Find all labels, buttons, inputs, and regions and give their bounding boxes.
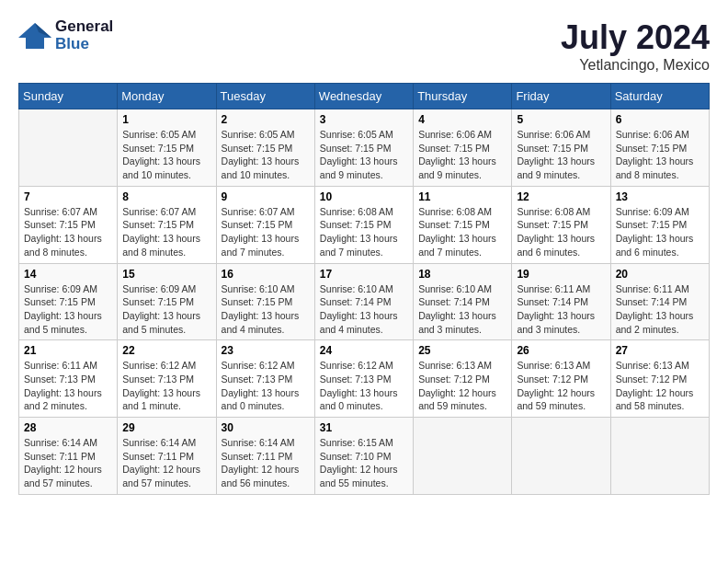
day-info: Sunrise: 6:11 AMSunset: 7:14 PMDaylight:… (616, 282, 704, 337)
day-number: 18 (418, 268, 506, 281)
calendar-cell: 28Sunrise: 6:14 AMSunset: 7:11 PMDayligh… (19, 418, 118, 495)
calendar-cell: 19Sunrise: 6:11 AMSunset: 7:14 PMDayligh… (512, 263, 610, 340)
page-header: General Blue July 2024 Yetlancingo, Mexi… (18, 18, 710, 74)
day-info: Sunrise: 6:11 AMSunset: 7:13 PMDaylight:… (24, 359, 112, 413)
day-number: 26 (517, 344, 605, 357)
calendar-table: SundayMondayTuesdayWednesdayThursdayFrid… (18, 83, 710, 495)
calendar-cell: 15Sunrise: 6:09 AMSunset: 7:15 PMDayligh… (118, 263, 216, 340)
day-info: Sunrise: 6:05 AMSunset: 7:15 PMDaylight:… (320, 128, 408, 182)
day-number: 29 (122, 421, 210, 434)
logo-blue-text: Blue (55, 36, 113, 53)
calendar-cell: 26Sunrise: 6:13 AMSunset: 7:12 PMDayligh… (512, 340, 610, 418)
day-info: Sunrise: 6:07 AMSunset: 7:15 PMDaylight:… (222, 205, 310, 259)
day-info: Sunrise: 6:08 AMSunset: 7:15 PMDaylight:… (320, 205, 408, 259)
day-number: 27 (616, 344, 704, 357)
day-info: Sunrise: 6:05 AMSunset: 7:15 PMDaylight:… (222, 128, 310, 182)
day-info: Sunrise: 6:08 AMSunset: 7:15 PMDaylight:… (418, 205, 506, 259)
calendar-cell: 23Sunrise: 6:12 AMSunset: 7:13 PMDayligh… (216, 340, 314, 418)
calendar-cell: 4Sunrise: 6:06 AMSunset: 7:15 PMDaylight… (414, 109, 512, 187)
day-number: 16 (222, 268, 310, 281)
day-info: Sunrise: 6:07 AMSunset: 7:15 PMDaylight:… (122, 205, 210, 259)
header-day-thursday: Thursday (414, 84, 512, 109)
day-number: 28 (24, 421, 112, 434)
day-info: Sunrise: 6:14 AMSunset: 7:11 PMDaylight:… (222, 436, 310, 490)
calendar-cell: 22Sunrise: 6:12 AMSunset: 7:13 PMDayligh… (118, 340, 216, 418)
logo: General Blue (18, 18, 113, 52)
day-number: 15 (122, 268, 210, 281)
calendar-cell: 1Sunrise: 6:05 AMSunset: 7:15 PMDaylight… (118, 109, 216, 187)
day-info: Sunrise: 6:13 AMSunset: 7:12 PMDaylight:… (418, 359, 506, 413)
calendar-cell (414, 418, 512, 495)
calendar-cell: 11Sunrise: 6:08 AMSunset: 7:15 PMDayligh… (414, 186, 512, 263)
main-title: July 2024 (561, 18, 710, 57)
calendar-cell (19, 109, 118, 187)
calendar-cell: 20Sunrise: 6:11 AMSunset: 7:14 PMDayligh… (610, 263, 709, 340)
header-day-tuesday: Tuesday (216, 84, 314, 109)
day-info: Sunrise: 6:13 AMSunset: 7:12 PMDaylight:… (616, 359, 704, 413)
header-row: SundayMondayTuesdayWednesdayThursdayFrid… (19, 84, 710, 109)
calendar-cell: 13Sunrise: 6:09 AMSunset: 7:15 PMDayligh… (610, 186, 709, 263)
header-day-sunday: Sunday (19, 84, 118, 109)
day-info: Sunrise: 6:06 AMSunset: 7:15 PMDaylight:… (418, 128, 506, 182)
calendar-cell: 21Sunrise: 6:11 AMSunset: 7:13 PMDayligh… (19, 340, 118, 418)
calendar-week-5: 28Sunrise: 6:14 AMSunset: 7:11 PMDayligh… (19, 418, 710, 495)
day-number: 20 (616, 268, 704, 281)
calendar-week-1: 1Sunrise: 6:05 AMSunset: 7:15 PMDaylight… (19, 109, 710, 187)
day-number: 25 (418, 344, 506, 357)
day-number: 9 (222, 190, 310, 203)
day-number: 19 (517, 268, 605, 281)
header-day-monday: Monday (118, 84, 216, 109)
day-info: Sunrise: 6:13 AMSunset: 7:12 PMDaylight:… (517, 359, 605, 413)
calendar-cell: 8Sunrise: 6:07 AMSunset: 7:15 PMDaylight… (118, 186, 216, 263)
day-info: Sunrise: 6:09 AMSunset: 7:15 PMDaylight:… (122, 282, 210, 337)
calendar-header: SundayMondayTuesdayWednesdayThursdayFrid… (19, 84, 710, 109)
calendar-cell: 7Sunrise: 6:07 AMSunset: 7:15 PMDaylight… (19, 186, 118, 263)
calendar-cell: 9Sunrise: 6:07 AMSunset: 7:15 PMDaylight… (216, 186, 314, 263)
day-number: 22 (122, 344, 210, 357)
day-info: Sunrise: 6:10 AMSunset: 7:15 PMDaylight:… (222, 282, 310, 337)
day-info: Sunrise: 6:14 AMSunset: 7:11 PMDaylight:… (24, 436, 112, 490)
day-number: 2 (222, 113, 310, 126)
subtitle: Yetlancingo, Mexico (561, 57, 710, 74)
svg-marker-0 (18, 23, 51, 49)
calendar-cell: 3Sunrise: 6:05 AMSunset: 7:15 PMDaylight… (314, 109, 413, 187)
day-number: 14 (24, 268, 112, 281)
header-day-wednesday: Wednesday (314, 84, 413, 109)
day-info: Sunrise: 6:12 AMSunset: 7:13 PMDaylight:… (320, 359, 408, 413)
title-block: July 2024 Yetlancingo, Mexico (561, 18, 710, 74)
day-info: Sunrise: 6:10 AMSunset: 7:14 PMDaylight:… (418, 282, 506, 337)
calendar-cell: 29Sunrise: 6:14 AMSunset: 7:11 PMDayligh… (118, 418, 216, 495)
day-info: Sunrise: 6:06 AMSunset: 7:15 PMDaylight:… (517, 128, 605, 182)
calendar-cell: 30Sunrise: 6:14 AMSunset: 7:11 PMDayligh… (216, 418, 314, 495)
day-number: 24 (320, 344, 408, 357)
day-info: Sunrise: 6:09 AMSunset: 7:15 PMDaylight:… (616, 205, 704, 259)
day-number: 21 (24, 344, 112, 357)
calendar-week-3: 14Sunrise: 6:09 AMSunset: 7:15 PMDayligh… (19, 263, 710, 340)
day-info: Sunrise: 6:11 AMSunset: 7:14 PMDaylight:… (517, 282, 605, 337)
day-number: 3 (320, 113, 408, 126)
calendar-week-4: 21Sunrise: 6:11 AMSunset: 7:13 PMDayligh… (19, 340, 710, 418)
calendar-cell: 24Sunrise: 6:12 AMSunset: 7:13 PMDayligh… (314, 340, 413, 418)
day-number: 30 (222, 421, 310, 434)
calendar-body: 1Sunrise: 6:05 AMSunset: 7:15 PMDaylight… (19, 109, 710, 495)
day-info: Sunrise: 6:15 AMSunset: 7:10 PMDaylight:… (320, 436, 408, 490)
day-info: Sunrise: 6:12 AMSunset: 7:13 PMDaylight:… (222, 359, 310, 413)
calendar-cell: 14Sunrise: 6:09 AMSunset: 7:15 PMDayligh… (19, 263, 118, 340)
calendar-cell: 5Sunrise: 6:06 AMSunset: 7:15 PMDaylight… (512, 109, 610, 187)
day-number: 23 (222, 344, 310, 357)
calendar-cell: 2Sunrise: 6:05 AMSunset: 7:15 PMDaylight… (216, 109, 314, 187)
day-info: Sunrise: 6:07 AMSunset: 7:15 PMDaylight:… (24, 205, 112, 259)
calendar-cell (610, 418, 709, 495)
logo-bird-icon (18, 19, 51, 52)
day-number: 4 (418, 113, 506, 126)
day-info: Sunrise: 6:05 AMSunset: 7:15 PMDaylight:… (122, 128, 210, 182)
calendar-week-2: 7Sunrise: 6:07 AMSunset: 7:15 PMDaylight… (19, 186, 710, 263)
day-info: Sunrise: 6:06 AMSunset: 7:15 PMDaylight:… (616, 128, 704, 182)
calendar-cell: 6Sunrise: 6:06 AMSunset: 7:15 PMDaylight… (610, 109, 709, 187)
day-info: Sunrise: 6:12 AMSunset: 7:13 PMDaylight:… (122, 359, 210, 413)
calendar-cell: 27Sunrise: 6:13 AMSunset: 7:12 PMDayligh… (610, 340, 709, 418)
calendar-cell: 16Sunrise: 6:10 AMSunset: 7:15 PMDayligh… (216, 263, 314, 340)
day-info: Sunrise: 6:14 AMSunset: 7:11 PMDaylight:… (122, 436, 210, 490)
day-number: 5 (517, 113, 605, 126)
header-day-friday: Friday (512, 84, 610, 109)
